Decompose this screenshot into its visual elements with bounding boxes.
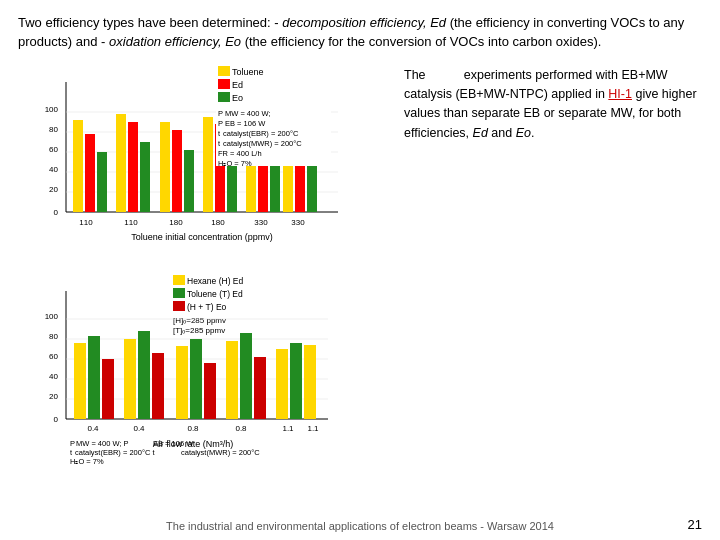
svg-rect-57 — [173, 288, 185, 298]
svg-rect-26 — [172, 130, 182, 212]
svg-rect-23 — [128, 122, 138, 212]
svg-text:60: 60 — [49, 145, 58, 154]
svg-text:330: 330 — [291, 218, 305, 227]
svg-text:180: 180 — [169, 218, 183, 227]
svg-text:(H + T) Eo: (H + T) Eo — [187, 302, 227, 312]
svg-text:0: 0 — [54, 415, 59, 424]
svg-text:110: 110 — [124, 218, 138, 227]
svg-rect-84 — [204, 363, 216, 419]
svg-text:Eo: Eo — [232, 93, 243, 103]
charts-column: Toluene Ed Eo 0 20 40 60 80 100 — [18, 62, 388, 530]
svg-rect-59 — [173, 301, 185, 311]
svg-rect-20 — [85, 134, 95, 212]
svg-text:20: 20 — [49, 185, 58, 194]
svg-text:0.4: 0.4 — [133, 424, 145, 433]
svg-rect-55 — [173, 275, 185, 285]
svg-rect-89 — [290, 343, 302, 419]
svg-rect-4 — [218, 92, 230, 102]
svg-text:1.1: 1.1 — [282, 424, 294, 433]
svg-rect-27 — [184, 150, 194, 212]
svg-text:0: 0 — [54, 208, 59, 217]
svg-text:1.1: 1.1 — [307, 424, 319, 433]
svg-rect-25 — [160, 122, 170, 212]
chart1-svg: Toluene Ed Eo 0 20 40 60 80 100 — [18, 62, 378, 262]
svg-rect-86 — [240, 333, 252, 419]
with-word: with — [596, 68, 618, 82]
svg-rect-21 — [97, 152, 107, 212]
svg-text:[H]₀=285 ppmv: [H]₀=285 ppmv — [173, 316, 226, 325]
svg-text:catalyst(EBR) = 200°C  t: catalyst(EBR) = 200°C t — [75, 448, 155, 457]
svg-rect-82 — [176, 346, 188, 419]
svg-rect-81 — [152, 353, 164, 419]
svg-text:Toluene initial concentration : Toluene initial concentration (ppmv) — [131, 232, 273, 242]
svg-text:EB = 106 W: EB = 106 W — [153, 439, 194, 448]
svg-text:330: 330 — [254, 218, 268, 227]
intro-paragraph: Two efficiency types have been determine… — [18, 14, 702, 52]
svg-rect-76 — [74, 343, 86, 419]
svg-text:catalyst(MWR) = 200°C: catalyst(MWR) = 200°C — [223, 139, 302, 148]
hi1-reference: HI-1 — [608, 87, 632, 101]
svg-rect-28 — [203, 117, 213, 212]
svg-text:40: 40 — [49, 372, 58, 381]
svg-rect-2 — [218, 79, 230, 89]
right-text-panel: The experiments performed with EB+MW cat… — [388, 62, 702, 530]
svg-rect-22 — [116, 114, 126, 212]
svg-text:H₂O = 7%: H₂O = 7% — [70, 457, 104, 466]
svg-rect-85 — [226, 341, 238, 419]
svg-text:[T]₀=285 ppmv: [T]₀=285 ppmv — [173, 326, 225, 335]
page: Two efficiency types have been determine… — [0, 0, 720, 540]
page-footer: The industrial and environmental applica… — [0, 520, 720, 532]
svg-text:80: 80 — [49, 332, 58, 341]
svg-rect-24 — [140, 142, 150, 212]
svg-text:catalyst(MWR) = 200°C: catalyst(MWR) = 200°C — [181, 448, 260, 457]
svg-text:110: 110 — [79, 218, 93, 227]
svg-rect-19 — [73, 120, 83, 212]
svg-rect-83 — [190, 339, 202, 419]
svg-text:catalyst(EBR) = 200°C: catalyst(EBR) = 200°C — [223, 129, 299, 138]
svg-text:EB = 106 W: EB = 106 W — [225, 119, 266, 128]
right-paragraph: The experiments performed with EB+MW cat… — [404, 66, 702, 144]
page-number: 21 — [688, 517, 702, 532]
svg-rect-88 — [276, 349, 288, 419]
svg-rect-78 — [102, 359, 114, 419]
svg-rect-79 — [124, 339, 136, 419]
svg-rect-0 — [218, 66, 230, 76]
footer-label: The industrial and environmental applica… — [166, 520, 554, 532]
svg-text:Toluene: Toluene — [232, 67, 264, 77]
svg-text:Ed: Ed — [232, 80, 243, 90]
svg-text:80: 80 — [49, 125, 58, 134]
svg-text:20: 20 — [49, 392, 58, 401]
svg-text:MW = 400 W;  P: MW = 400 W; P — [76, 439, 129, 448]
svg-text:60: 60 — [49, 352, 58, 361]
svg-text:H₂O = 7%: H₂O = 7% — [218, 159, 252, 168]
svg-text:0.8: 0.8 — [187, 424, 199, 433]
svg-text:0.8: 0.8 — [235, 424, 247, 433]
chart2-container: Hexane (H) Ed Toluene (T) Ed (H + T) Eo … — [18, 271, 388, 469]
svg-rect-77 — [88, 336, 100, 419]
svg-text:180: 180 — [211, 218, 225, 227]
svg-text:t: t — [70, 448, 73, 457]
svg-text:Hexane (H) Ed: Hexane (H) Ed — [187, 276, 243, 286]
svg-rect-90 — [304, 345, 316, 419]
svg-rect-80 — [138, 331, 150, 419]
svg-text:0.4: 0.4 — [87, 424, 99, 433]
content-area: Toluene Ed Eo 0 20 40 60 80 100 — [18, 62, 702, 530]
svg-text:P: P — [218, 109, 223, 118]
chart1-container: Toluene Ed Eo 0 20 40 60 80 100 — [18, 62, 388, 265]
svg-text:40: 40 — [49, 165, 58, 174]
svg-text:MW = 400 W;: MW = 400 W; — [225, 109, 271, 118]
svg-text:P: P — [70, 439, 75, 448]
svg-text:Toluene (T) Ed: Toluene (T) Ed — [187, 289, 243, 299]
chart2-svg: Hexane (H) Ed Toluene (T) Ed (H + T) Eo … — [18, 271, 378, 466]
svg-rect-87 — [254, 357, 266, 419]
svg-text:100: 100 — [45, 105, 59, 114]
svg-text:FR = 400 L/h: FR = 400 L/h — [218, 149, 262, 158]
svg-text:P: P — [218, 119, 223, 128]
svg-text:100: 100 — [45, 312, 59, 321]
